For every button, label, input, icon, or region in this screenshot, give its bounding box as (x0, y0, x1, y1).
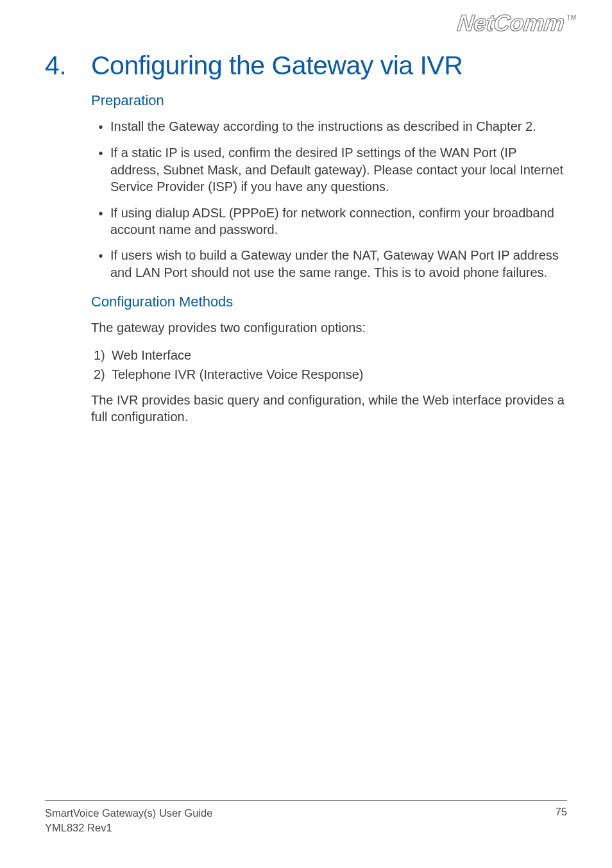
list-item: • Install the Gateway according to the i… (91, 118, 566, 135)
footer-guide-title: SmartVoice Gateway(s) User Guide (45, 806, 212, 820)
list-item: • If users wish to build a Gateway under… (91, 247, 566, 281)
chapter-number: 4. (45, 51, 91, 81)
preparation-list: • Install the Gateway according to the i… (91, 118, 566, 281)
trademark-symbol: TM (567, 14, 576, 21)
list-item: 2) Telephone IVR (Interactive Voice Resp… (91, 365, 566, 384)
document-page: NetComm TM 4. Configuring the Gateway vi… (0, 0, 612, 868)
page-number: 75 (556, 806, 567, 818)
brand-logo: NetComm TM (457, 12, 576, 35)
chapter-heading: 4. Configuring the Gateway via IVR (45, 51, 567, 81)
bullet-icon: • (91, 118, 110, 135)
list-item-text: Install the Gateway according to the ins… (110, 118, 536, 135)
list-item-text: If users wish to build a Gateway under t… (110, 247, 566, 281)
footer-row: SmartVoice Gateway(s) User Guide YML832 … (45, 806, 567, 835)
list-item-text: If a static IP is used, confirm the desi… (110, 144, 566, 195)
bullet-icon: • (91, 247, 110, 264)
config-methods-intro: The gateway provides two configuration o… (91, 319, 566, 336)
brand-name: NetComm (456, 12, 565, 35)
bullet-icon: • (91, 144, 110, 162)
footer-left: SmartVoice Gateway(s) User Guide YML832 … (45, 806, 212, 835)
footer-divider (45, 800, 567, 801)
list-item: • If using dialup ADSL (PPPoE) for netwo… (91, 204, 566, 238)
list-item-text: Telephone IVR (Interactive Voice Respons… (112, 365, 363, 384)
list-item: • If a static IP is used, confirm the de… (91, 144, 566, 195)
page-footer: SmartVoice Gateway(s) User Guide YML832 … (45, 800, 567, 835)
config-methods-outro: The IVR provides basic query and configu… (91, 392, 566, 426)
main-content: Preparation • Install the Gateway accord… (91, 92, 566, 425)
bullet-icon: • (91, 204, 110, 222)
chapter-title: Configuring the Gateway via IVR (91, 51, 463, 81)
list-item: 1) Web Interface (91, 346, 566, 365)
footer-revision: YML832 Rev1 (45, 821, 212, 835)
config-methods-list: 1) Web Interface 2) Telephone IVR (Inter… (91, 346, 566, 384)
section-heading-preparation: Preparation (91, 92, 566, 109)
list-number: 2) (91, 365, 112, 384)
list-item-text: Web Interface (112, 346, 191, 365)
list-number: 1) (91, 346, 112, 365)
section-heading-config-methods: Configuration Methods (91, 294, 566, 310)
list-item-text: If using dialup ADSL (PPPoE) for network… (110, 204, 566, 238)
